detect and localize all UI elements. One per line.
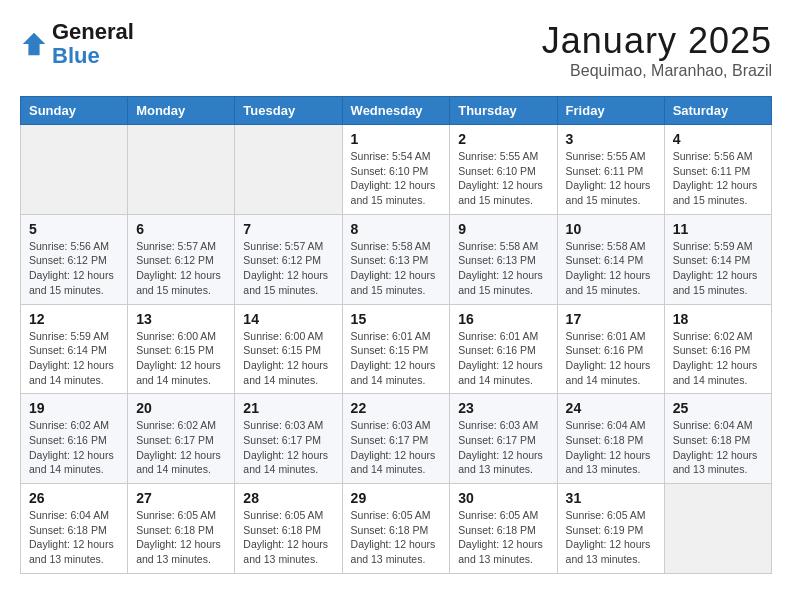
calendar-cell: 19Sunrise: 6:02 AMSunset: 6:16 PMDayligh… bbox=[21, 394, 128, 484]
day-number: 10 bbox=[566, 221, 656, 237]
col-header-sunday: Sunday bbox=[21, 97, 128, 125]
day-info: Sunrise: 6:03 AMSunset: 6:17 PMDaylight:… bbox=[458, 418, 548, 477]
day-info: Sunrise: 5:59 AMSunset: 6:14 PMDaylight:… bbox=[29, 329, 119, 388]
day-number: 2 bbox=[458, 131, 548, 147]
day-info: Sunrise: 6:02 AMSunset: 6:16 PMDaylight:… bbox=[673, 329, 763, 388]
calendar-cell: 14Sunrise: 6:00 AMSunset: 6:15 PMDayligh… bbox=[235, 304, 342, 394]
calendar-week-row: 12Sunrise: 5:59 AMSunset: 6:14 PMDayligh… bbox=[21, 304, 772, 394]
day-number: 25 bbox=[673, 400, 763, 416]
day-number: 11 bbox=[673, 221, 763, 237]
day-info: Sunrise: 6:05 AMSunset: 6:19 PMDaylight:… bbox=[566, 508, 656, 567]
calendar-cell: 22Sunrise: 6:03 AMSunset: 6:17 PMDayligh… bbox=[342, 394, 450, 484]
calendar-cell: 25Sunrise: 6:04 AMSunset: 6:18 PMDayligh… bbox=[664, 394, 771, 484]
col-header-wednesday: Wednesday bbox=[342, 97, 450, 125]
day-info: Sunrise: 5:58 AMSunset: 6:13 PMDaylight:… bbox=[351, 239, 442, 298]
calendar-cell: 23Sunrise: 6:03 AMSunset: 6:17 PMDayligh… bbox=[450, 394, 557, 484]
calendar-cell: 17Sunrise: 6:01 AMSunset: 6:16 PMDayligh… bbox=[557, 304, 664, 394]
calendar-cell: 28Sunrise: 6:05 AMSunset: 6:18 PMDayligh… bbox=[235, 484, 342, 574]
day-number: 14 bbox=[243, 311, 333, 327]
day-number: 7 bbox=[243, 221, 333, 237]
day-info: Sunrise: 5:54 AMSunset: 6:10 PMDaylight:… bbox=[351, 149, 442, 208]
day-info: Sunrise: 6:02 AMSunset: 6:17 PMDaylight:… bbox=[136, 418, 226, 477]
day-info: Sunrise: 6:03 AMSunset: 6:17 PMDaylight:… bbox=[351, 418, 442, 477]
day-info: Sunrise: 6:00 AMSunset: 6:15 PMDaylight:… bbox=[243, 329, 333, 388]
day-number: 3 bbox=[566, 131, 656, 147]
day-number: 24 bbox=[566, 400, 656, 416]
col-header-monday: Monday bbox=[128, 97, 235, 125]
calendar-cell: 30Sunrise: 6:05 AMSunset: 6:18 PMDayligh… bbox=[450, 484, 557, 574]
calendar-week-row: 5Sunrise: 5:56 AMSunset: 6:12 PMDaylight… bbox=[21, 214, 772, 304]
calendar-cell: 7Sunrise: 5:57 AMSunset: 6:12 PMDaylight… bbox=[235, 214, 342, 304]
calendar-week-row: 19Sunrise: 6:02 AMSunset: 6:16 PMDayligh… bbox=[21, 394, 772, 484]
day-number: 6 bbox=[136, 221, 226, 237]
calendar-cell: 4Sunrise: 5:56 AMSunset: 6:11 PMDaylight… bbox=[664, 125, 771, 215]
day-info: Sunrise: 6:02 AMSunset: 6:16 PMDaylight:… bbox=[29, 418, 119, 477]
calendar-week-row: 1Sunrise: 5:54 AMSunset: 6:10 PMDaylight… bbox=[21, 125, 772, 215]
day-number: 30 bbox=[458, 490, 548, 506]
calendar-cell bbox=[21, 125, 128, 215]
day-number: 8 bbox=[351, 221, 442, 237]
day-info: Sunrise: 6:04 AMSunset: 6:18 PMDaylight:… bbox=[566, 418, 656, 477]
calendar-cell bbox=[664, 484, 771, 574]
day-info: Sunrise: 6:05 AMSunset: 6:18 PMDaylight:… bbox=[243, 508, 333, 567]
day-info: Sunrise: 6:05 AMSunset: 6:18 PMDaylight:… bbox=[136, 508, 226, 567]
month-title: January 2025 bbox=[542, 20, 772, 62]
day-number: 18 bbox=[673, 311, 763, 327]
day-info: Sunrise: 6:05 AMSunset: 6:18 PMDaylight:… bbox=[458, 508, 548, 567]
calendar-cell bbox=[128, 125, 235, 215]
day-number: 15 bbox=[351, 311, 442, 327]
day-number: 26 bbox=[29, 490, 119, 506]
logo-general: General bbox=[52, 19, 134, 44]
day-number: 21 bbox=[243, 400, 333, 416]
calendar-cell: 10Sunrise: 5:58 AMSunset: 6:14 PMDayligh… bbox=[557, 214, 664, 304]
day-number: 16 bbox=[458, 311, 548, 327]
calendar-cell: 3Sunrise: 5:55 AMSunset: 6:11 PMDaylight… bbox=[557, 125, 664, 215]
calendar-cell: 21Sunrise: 6:03 AMSunset: 6:17 PMDayligh… bbox=[235, 394, 342, 484]
logo-blue: Blue bbox=[52, 43, 100, 68]
day-info: Sunrise: 5:58 AMSunset: 6:13 PMDaylight:… bbox=[458, 239, 548, 298]
day-info: Sunrise: 6:04 AMSunset: 6:18 PMDaylight:… bbox=[29, 508, 119, 567]
day-info: Sunrise: 6:04 AMSunset: 6:18 PMDaylight:… bbox=[673, 418, 763, 477]
day-info: Sunrise: 5:57 AMSunset: 6:12 PMDaylight:… bbox=[243, 239, 333, 298]
calendar-cell: 20Sunrise: 6:02 AMSunset: 6:17 PMDayligh… bbox=[128, 394, 235, 484]
calendar-cell: 9Sunrise: 5:58 AMSunset: 6:13 PMDaylight… bbox=[450, 214, 557, 304]
day-info: Sunrise: 6:03 AMSunset: 6:17 PMDaylight:… bbox=[243, 418, 333, 477]
title-block: January 2025 Bequimao, Maranhao, Brazil bbox=[542, 20, 772, 80]
col-header-thursday: Thursday bbox=[450, 97, 557, 125]
calendar-cell: 24Sunrise: 6:04 AMSunset: 6:18 PMDayligh… bbox=[557, 394, 664, 484]
day-info: Sunrise: 5:56 AMSunset: 6:11 PMDaylight:… bbox=[673, 149, 763, 208]
day-number: 17 bbox=[566, 311, 656, 327]
day-number: 1 bbox=[351, 131, 442, 147]
day-number: 28 bbox=[243, 490, 333, 506]
calendar-cell bbox=[235, 125, 342, 215]
calendar-table: SundayMondayTuesdayWednesdayThursdayFrid… bbox=[20, 96, 772, 574]
calendar-cell: 29Sunrise: 6:05 AMSunset: 6:18 PMDayligh… bbox=[342, 484, 450, 574]
day-info: Sunrise: 5:59 AMSunset: 6:14 PMDaylight:… bbox=[673, 239, 763, 298]
day-info: Sunrise: 5:57 AMSunset: 6:12 PMDaylight:… bbox=[136, 239, 226, 298]
calendar-cell: 15Sunrise: 6:01 AMSunset: 6:15 PMDayligh… bbox=[342, 304, 450, 394]
calendar-cell: 13Sunrise: 6:00 AMSunset: 6:15 PMDayligh… bbox=[128, 304, 235, 394]
calendar-cell: 27Sunrise: 6:05 AMSunset: 6:18 PMDayligh… bbox=[128, 484, 235, 574]
calendar-cell: 16Sunrise: 6:01 AMSunset: 6:16 PMDayligh… bbox=[450, 304, 557, 394]
day-info: Sunrise: 5:58 AMSunset: 6:14 PMDaylight:… bbox=[566, 239, 656, 298]
day-number: 22 bbox=[351, 400, 442, 416]
day-number: 12 bbox=[29, 311, 119, 327]
col-header-friday: Friday bbox=[557, 97, 664, 125]
day-number: 5 bbox=[29, 221, 119, 237]
calendar-cell: 11Sunrise: 5:59 AMSunset: 6:14 PMDayligh… bbox=[664, 214, 771, 304]
logo-icon bbox=[20, 30, 48, 58]
logo: General Blue bbox=[20, 20, 134, 68]
day-info: Sunrise: 6:01 AMSunset: 6:16 PMDaylight:… bbox=[566, 329, 656, 388]
logo-text: General Blue bbox=[52, 20, 134, 68]
calendar-cell: 18Sunrise: 6:02 AMSunset: 6:16 PMDayligh… bbox=[664, 304, 771, 394]
day-number: 29 bbox=[351, 490, 442, 506]
day-number: 31 bbox=[566, 490, 656, 506]
day-number: 27 bbox=[136, 490, 226, 506]
calendar-cell: 8Sunrise: 5:58 AMSunset: 6:13 PMDaylight… bbox=[342, 214, 450, 304]
location-subtitle: Bequimao, Maranhao, Brazil bbox=[542, 62, 772, 80]
calendar-cell: 12Sunrise: 5:59 AMSunset: 6:14 PMDayligh… bbox=[21, 304, 128, 394]
day-info: Sunrise: 6:01 AMSunset: 6:16 PMDaylight:… bbox=[458, 329, 548, 388]
svg-marker-0 bbox=[23, 33, 45, 55]
col-header-tuesday: Tuesday bbox=[235, 97, 342, 125]
day-info: Sunrise: 6:01 AMSunset: 6:15 PMDaylight:… bbox=[351, 329, 442, 388]
